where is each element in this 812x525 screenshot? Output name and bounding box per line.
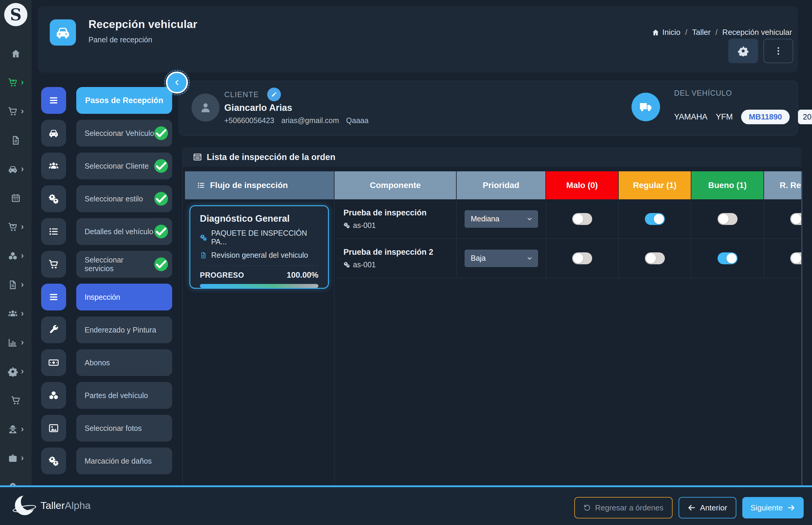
sidebar-item-briefcase-15[interactable]: › <box>0 449 32 468</box>
arrow-left-icon <box>688 504 696 512</box>
toggle-reempl[interactable] <box>790 213 801 225</box>
toggle-malo[interactable] <box>572 213 592 225</box>
step-seleccionar-servicios[interactable]: Seleccionar servicios <box>76 251 172 278</box>
chevron-right-icon: › <box>21 424 24 433</box>
flow-card-package-row: PAQUETE DE INSPECCIÓN PA... <box>200 229 318 246</box>
chevron-left-icon: ‹ <box>175 75 179 89</box>
client-email: arias@gmail.com <box>281 116 339 125</box>
steps-rail-cogs-12[interactable] <box>41 448 66 474</box>
breadcrumb-recepcion-vehicular: Recepción vehicular <box>722 28 792 37</box>
table-row-cell-regular <box>619 239 691 278</box>
pencil-icon <box>271 91 277 97</box>
table-row-cell-malo <box>546 239 619 278</box>
steps-rail-cart-6[interactable] <box>41 251 66 278</box>
toggle-regular[interactable] <box>645 252 665 264</box>
steps-rail-cubes-10[interactable] <box>41 382 66 409</box>
image-icon <box>48 423 59 434</box>
column-header-r-reempl: R. Reempl <box>764 171 801 199</box>
sidebar-item-file-9[interactable]: › <box>0 275 32 295</box>
breadcrumb-inicio[interactable]: Inicio <box>652 28 680 37</box>
sidebar-item-spy-14[interactable]: › <box>0 420 32 439</box>
toggle-regular[interactable] <box>645 213 665 225</box>
list-icon <box>197 181 205 190</box>
step-seleccionar-fotos[interactable]: Seleccionar fotos <box>76 415 172 441</box>
sidebar-item-home-1[interactable] <box>0 44 32 63</box>
car-icon <box>48 128 59 138</box>
step-detalles-del-vehiculo[interactable]: Detalles del vehículo <box>76 218 172 245</box>
back-to-orders-button[interactable]: Regresar a órdenes <box>574 497 673 519</box>
table-row-priority: Baja <box>457 239 546 278</box>
step-label: Marcación de daños <box>85 457 152 465</box>
steps-rail-wrench-8[interactable] <box>41 316 66 343</box>
gear-icon <box>738 46 749 56</box>
sidebar-item-chart-11[interactable]: › <box>0 333 32 352</box>
steps-rail-cogs-4[interactable] <box>41 185 66 212</box>
step-seleccionar-cliente[interactable]: Seleccionar Cliente <box>76 152 172 179</box>
sidebar-item-cubes-8[interactable]: › <box>0 246 32 266</box>
priority-value: Mediana <box>471 214 500 223</box>
chevron-right-icon: › <box>21 77 24 86</box>
sidebar-item-pin-16[interactable]: › <box>0 478 32 486</box>
steps-rail-users-3[interactable] <box>41 152 66 179</box>
steps-rail-menu-7[interactable] <box>41 284 66 311</box>
steps-rail-money-9[interactable] <box>41 349 66 376</box>
toggle-knob <box>719 214 729 224</box>
toggle-knob <box>726 253 737 264</box>
edit-client-button[interactable] <box>267 88 281 101</box>
person-icon <box>199 101 212 115</box>
flow-progress-row: PROGRESO 100.00% <box>200 271 318 280</box>
sidebar-item-gear-12[interactable]: › <box>0 362 32 381</box>
car-icon <box>55 25 71 40</box>
priority-select[interactable]: Baja <box>465 250 538 267</box>
toggle-bueno[interactable] <box>718 252 737 264</box>
table-row-cell-reempl <box>764 199 801 239</box>
sidebar-item-file-4[interactable] <box>0 131 32 150</box>
chevron-right-icon: › <box>21 453 24 462</box>
sidebar-item-cart-plus-7[interactable]: › <box>0 217 32 237</box>
table-scrollbar[interactable] <box>801 171 802 485</box>
sidebar-item-cart-3[interactable]: › <box>0 102 32 121</box>
settings-button[interactable] <box>728 39 758 63</box>
toggle-reempl[interactable] <box>790 252 801 264</box>
sidebar-item-users-10[interactable]: › <box>0 304 32 323</box>
toggle-malo[interactable] <box>572 252 592 264</box>
previous-button[interactable]: Anterior <box>678 497 736 519</box>
step-seleccionar-estilo[interactable]: Seleccionar estilo <box>76 185 172 212</box>
chevron-down-icon <box>526 255 533 261</box>
flow-card[interactable]: Diagnóstico General PAQUETE DE INSPECCIÓ… <box>189 205 329 289</box>
vehicle-model: YFM <box>716 112 733 122</box>
step-partes-del-vehiculo[interactable]: Partes del vehículo <box>76 382 172 409</box>
steps-rail-image-11[interactable] <box>41 415 66 441</box>
app-logo[interactable]: S <box>4 3 27 26</box>
steps-rail-menu-1[interactable] <box>41 87 66 114</box>
next-button[interactable]: Siguiente <box>742 497 804 519</box>
vehicle-year-badge: 2025 <box>798 110 812 124</box>
sidebar-item-calendar-6[interactable] <box>0 189 32 208</box>
sidebar-item-car-5[interactable]: › <box>0 160 32 179</box>
steps-rail-list-5[interactable] <box>41 218 66 245</box>
breadcrumb-taller[interactable]: Taller <box>692 28 710 37</box>
footer: TallerAlpha Regresar a órdenes Anterior … <box>0 487 812 525</box>
sidebar-item-cart-plus-2[interactable]: › <box>0 73 32 92</box>
toggle-knob <box>646 253 656 264</box>
step-inspeccion[interactable]: Inspección <box>76 284 172 311</box>
car-icon <box>8 164 18 174</box>
spy-icon <box>8 424 18 434</box>
steps-rail-car-2[interactable] <box>41 120 66 147</box>
step-enderezado-y-pintura[interactable]: Enderezado y Pintura <box>76 316 172 343</box>
step-abonos[interactable]: Abonos <box>76 349 172 376</box>
toggle-bueno[interactable] <box>718 213 737 225</box>
sidebar-item-cart-13[interactable] <box>0 391 32 410</box>
table-row-cell-regular <box>619 199 691 239</box>
steps-header[interactable]: Pasos de Recepción <box>76 87 172 114</box>
priority-select[interactable]: Mediana <box>465 210 538 228</box>
step-label: Detalles del vehículo <box>85 227 153 236</box>
step-marcacion-de-danos[interactable]: Marcación de daños <box>76 448 172 474</box>
wrench-icon <box>48 325 59 335</box>
collapse-panel-button[interactable]: ‹ <box>166 72 188 93</box>
header-actions <box>728 39 793 63</box>
step-seleccionar-vehiculo[interactable]: Seleccionar Vehículo <box>76 120 172 147</box>
table-row-component: Prueba de inspección 2as-001 <box>335 239 457 278</box>
more-options-button[interactable] <box>764 39 793 63</box>
menu-icon <box>48 95 59 106</box>
